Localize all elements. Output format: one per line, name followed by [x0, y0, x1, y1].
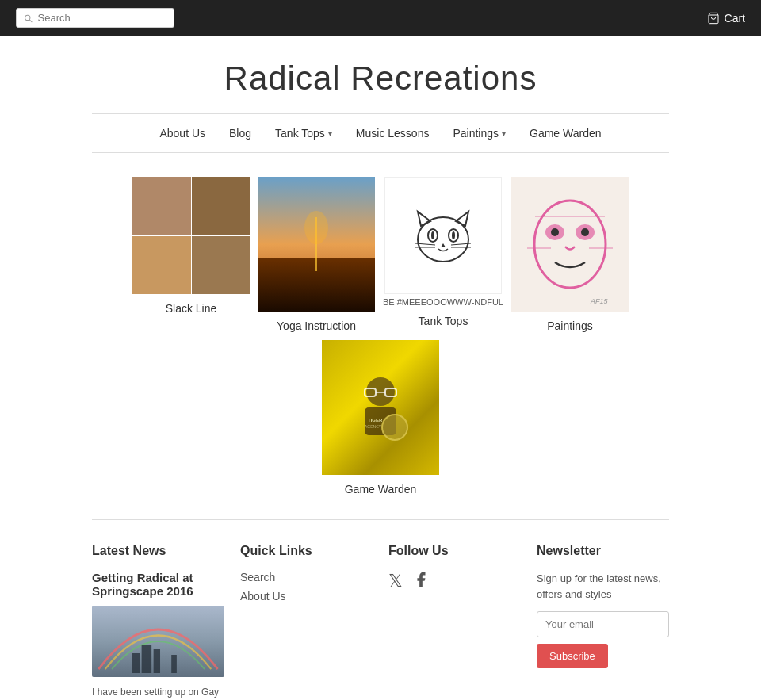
paintings-image: AF15 [511, 177, 629, 312]
slack-line-image [132, 177, 250, 294]
nav-item-about-us[interactable]: About Us [159, 127, 205, 140]
cart-label: Cart [725, 12, 745, 25]
quick-link-about-us[interactable]: About Us [240, 590, 373, 602]
paintings-label: Paintings [547, 319, 593, 332]
svg-point-6 [431, 231, 434, 239]
subscribe-button[interactable]: Subscribe [537, 644, 608, 668]
slack-line-label: Slack Line [166, 302, 217, 315]
news-article-image [92, 606, 224, 677]
svg-point-30 [382, 415, 407, 440]
svg-rect-33 [154, 649, 160, 673]
game-warden-image: TIGER AGENCY [322, 340, 439, 475]
news-article-body: I have been setting up on Gay Street to … [92, 685, 224, 700]
svg-point-7 [452, 231, 455, 239]
latest-news-heading: Latest News [92, 544, 224, 558]
svg-rect-32 [142, 645, 152, 673]
nav-item-game-warden[interactable]: Game Warden [530, 127, 602, 140]
chevron-down-icon: ▾ [328, 129, 332, 138]
svg-marker-3 [456, 212, 468, 226]
svg-point-18 [581, 228, 589, 236]
game-warden-label: Game Warden [345, 483, 417, 495]
featured-game-warden[interactable]: TIGER AGENCY Game Warden [322, 340, 439, 495]
facebook-icon[interactable] [412, 571, 430, 593]
cart-button[interactable]: Cart [707, 12, 745, 25]
newsletter-description: Sign up for the latest news, offers and … [537, 571, 669, 602]
newsletter-email-input[interactable] [537, 611, 669, 637]
footer-quick-links: Quick Links Search About Us [240, 544, 373, 700]
search-icon [23, 13, 33, 24]
svg-point-23 [366, 377, 395, 406]
top-bar: Cart [0, 0, 761, 36]
main-nav: About Us Blog Tank Tops ▾ Music Lessons … [0, 114, 761, 152]
svg-text:TIGER: TIGER [368, 418, 383, 423]
chevron-down-icon: ▾ [502, 129, 506, 138]
svg-text:AF15: AF15 [590, 297, 609, 305]
footer-follow-us: Follow Us 𝕏 [388, 544, 521, 700]
nav-item-music-lessons[interactable]: Music Lessons [356, 127, 430, 140]
news-article-title[interactable]: Getting Radical at Springscape 2016 [92, 571, 224, 598]
footer-latest-news: Latest News Getting Radical at Springsca… [92, 544, 224, 700]
featured-tank-tops[interactable]: BE #MEEEOOOWWW-NDFUL Tank Tops [383, 177, 503, 327]
social-icons-area: 𝕏 [388, 571, 521, 593]
newsletter-heading: Newsletter [537, 544, 669, 558]
svg-rect-13 [511, 177, 629, 312]
cart-icon [707, 12, 720, 25]
featured-yoga[interactable]: Yoga Instruction [258, 177, 375, 332]
footer-newsletter: Newsletter Sign up for the latest news, … [537, 544, 669, 700]
nav-item-tank-tops[interactable]: Tank Tops ▾ [275, 127, 332, 140]
svg-marker-2 [418, 212, 430, 226]
featured-grid: Slack Line Yoga Instruction [0, 153, 761, 519]
svg-point-17 [551, 228, 559, 236]
svg-text:AGENCY: AGENCY [365, 424, 382, 429]
yoga-image [258, 177, 375, 312]
quick-link-search[interactable]: Search [240, 571, 373, 583]
svg-rect-31 [132, 653, 140, 673]
yoga-label: Yoga Instruction [277, 319, 356, 332]
svg-marker-8 [441, 243, 446, 247]
featured-slack-line[interactable]: Slack Line [132, 177, 250, 315]
search-form[interactable] [16, 8, 174, 28]
tank-tops-image [384, 177, 502, 294]
tank-tops-sub-label: BE #MEEEOOOWWW-NDFUL [383, 297, 503, 307]
site-title: Radical Recreations [16, 59, 745, 98]
featured-paintings[interactable]: AF15 Paintings [511, 177, 629, 332]
twitter-icon[interactable]: 𝕏 [388, 571, 403, 593]
svg-rect-34 [171, 655, 177, 673]
nav-item-paintings[interactable]: Paintings ▾ [453, 127, 506, 140]
site-title-area: Radical Recreations [0, 36, 761, 113]
search-input[interactable] [38, 12, 167, 24]
footer: Latest News Getting Radical at Springsca… [0, 520, 761, 700]
tank-tops-label: Tank Tops [419, 315, 468, 327]
nav-item-blog[interactable]: Blog [229, 127, 251, 140]
follow-us-heading: Follow Us [388, 544, 521, 558]
quick-links-heading: Quick Links [240, 544, 373, 558]
